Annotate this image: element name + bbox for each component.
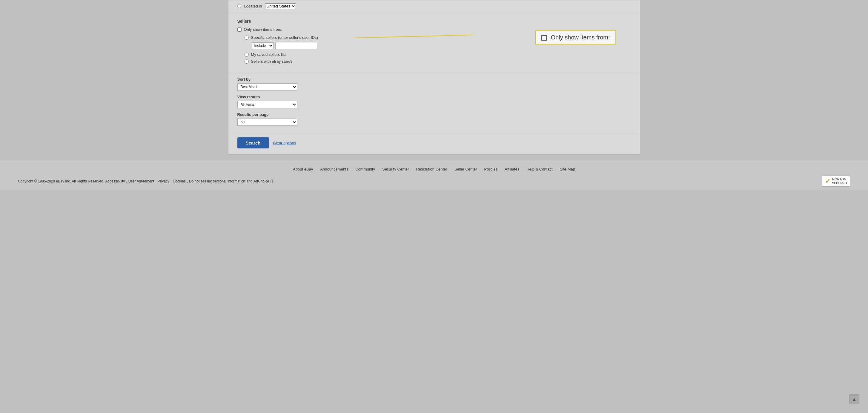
footer-link-affiliates[interactable]: Affiliates [505,167,519,171]
only-show-checkbox[interactable] [237,28,242,32]
footer-link-about[interactable]: About eBay [293,167,313,171]
svg-line-0 [354,35,473,38]
located-in-select[interactable]: United States [265,3,296,9]
seller-id-input[interactable] [275,42,317,49]
sellers-section: Sellers Only show items from: Only show … [228,14,640,72]
footer-bottom: Copyright © 1995-2020 eBay Inc. All Righ… [0,176,868,187]
clear-options-link[interactable]: Clear options [273,141,296,145]
my-saved-list-row: My saved sellers list [245,52,631,57]
sellers-title: Sellers [237,19,631,24]
located-in-label: Located in [244,4,262,8]
accessibility-link[interactable]: Accessibility [105,179,125,183]
results-per-page-label: Results per page [237,112,631,117]
search-section: Search Clear options [228,132,640,154]
located-in-row: Located in United States [228,0,640,14]
ebay-stores-label: Sellers with eBay stores [251,59,292,64]
include-select[interactable]: Include Exclude [252,42,274,49]
norton-text: NORTONSECURED [832,177,847,185]
norton-secured-label: SECURED [832,181,847,185]
callout-line-svg [345,30,500,45]
footer-links: About eBay Announcements Community Secur… [0,167,868,171]
footer-link-resolution[interactable]: Resolution Center [416,167,447,171]
scroll-to-top-button[interactable]: ▲ [849,394,859,404]
sort-by-label: Sort by [237,77,631,82]
norton-checkmark-icon: ✓ [825,178,830,185]
cookies-link[interactable]: Cookies [173,179,185,183]
footer-link-sitemap[interactable]: Site Map [560,167,575,171]
ebay-stores-radio[interactable] [245,59,249,64]
footer: About eBay Announcements Community Secur… [0,161,868,190]
callout-box: Only show items from: [535,30,616,44]
search-button[interactable]: Search [237,137,269,149]
specific-sellers-label: Specific sellers (enter seller's user ID… [251,35,318,40]
footer-link-announcements[interactable]: Announcements [320,167,348,171]
footer-link-community[interactable]: Community [355,167,375,171]
footer-link-policies[interactable]: Policies [484,167,498,171]
only-show-label: Only show items from: [244,27,282,32]
main-content: Located in United States Sellers Only sh… [228,0,640,155]
footer-link-seller[interactable]: Seller Center [455,167,477,171]
adchoice-icon: i [270,179,274,183]
privacy-link[interactable]: Privacy [158,179,169,183]
results-per-page-select[interactable]: 25 50 100 200 [237,119,297,126]
adchoice-link[interactable]: AdChoice [253,179,269,183]
ebay-stores-row: Sellers with eBay stores [245,59,631,64]
footer-link-security[interactable]: Security Center [382,167,409,171]
copyright-text: Copyright © 1995-2020 eBay Inc. All Righ… [18,179,104,183]
callout-checkbox-icon [541,35,547,41]
callout-text: Only show items from: [551,34,610,41]
page-wrapper: Located in United States Sellers Only sh… [0,0,868,201]
view-results-select[interactable]: All items Completed items Sold items [237,101,297,108]
located-in-radio[interactable] [237,4,241,8]
form-panel: Located in United States Sellers Only sh… [228,0,640,155]
do-not-sell-link[interactable]: Do not sell my personal information [189,179,245,183]
footer-copyright: Copyright © 1995-2020 eBay Inc. All Righ… [18,179,274,183]
norton-badge: ✓ NORTONSECURED [822,176,850,187]
view-results-label: View results [237,95,631,99]
sort-by-select[interactable]: Best Match Price + Shipping: lowest firs… [237,83,297,91]
footer-link-help[interactable]: Help & Contact [526,167,552,171]
my-saved-list-label: My saved sellers list [251,52,286,57]
specific-sellers-radio[interactable] [245,35,249,40]
user-agreement-link[interactable]: User Agreement [128,179,154,183]
sort-section: Sort by Best Match Price + Shipping: low… [228,72,640,132]
my-saved-list-radio[interactable] [245,53,249,57]
